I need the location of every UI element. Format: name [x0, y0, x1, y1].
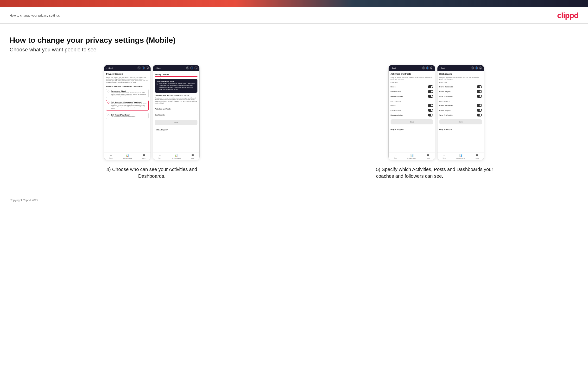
back-button-3[interactable]: ‹ Back [390, 67, 396, 69]
caption-2: 5) Specify which Activities, Posts and D… [376, 166, 496, 179]
search-icon[interactable]: 🔍 [138, 67, 140, 69]
radio-coach-only[interactable]: Only You and Your Coach Only you and the… [106, 113, 149, 119]
coaches-what-to-work: What To Work On [439, 94, 482, 99]
settings-icon-3[interactable]: ⚙ [430, 67, 433, 69]
header-icons-2: 🔍 👤 ⚙ [186, 67, 198, 69]
coaches-rounds: Rounds [390, 84, 433, 89]
toggle-coaches-rounds[interactable] [428, 85, 433, 88]
activities-label: Activities and Posts [155, 108, 171, 110]
pc-tab[interactable]: Privacy Controls [155, 73, 169, 76]
menu-activities[interactable]: Activities and Posts › [155, 106, 198, 112]
nav-menu-4[interactable]: ☰ Menu [476, 154, 479, 159]
copyright: Copyright Clippd 2022 [10, 199, 38, 202]
toggle-coaches-player-dash[interactable] [477, 85, 482, 88]
radio-desc-approved: Only approved followers and coaches you … [111, 103, 147, 109]
radio-dot-approved [107, 102, 109, 103]
phone-4: ‹ Back 🔍 👤 ⚙ Dashboards Select the dashb… [437, 65, 484, 160]
phone-3: ‹ Back 🔍 👤 ⚙ Activities and Posts Select… [388, 65, 435, 160]
home-icon-3: ⌂ [395, 154, 396, 157]
menu-dashboards[interactable]: Dashboards › [155, 112, 198, 118]
radio-dot-coach [107, 114, 109, 116]
pc-tab-row: Privacy Controls [155, 73, 198, 77]
followers-round-insights: Round Insights [439, 108, 482, 113]
page-title: How to change your privacy settings (Mob… [10, 36, 578, 45]
mockup-phones-2: ‹ Back 🔍 👤 ⚙ Activities and Posts Select… [388, 65, 484, 160]
show-hide-title: Show or hide specific features in Clippd [155, 94, 198, 96]
help-support-2: Help & Support [155, 127, 198, 131]
privacy-controls-title: Privacy Controls [106, 73, 149, 75]
radio-desc-coach: Only you and the coaches you connect wit… [111, 116, 135, 117]
profile-icon-4[interactable]: 👤 [475, 67, 478, 69]
nav-performance-1[interactable]: 📊 My Performance [123, 154, 132, 159]
settings-icon-4[interactable]: ⚙ [479, 67, 482, 69]
nav-home-4[interactable]: ⌂ Home [442, 154, 446, 159]
activities-posts-title: Activities and Posts [390, 73, 433, 75]
tooltip-desc: Only you and the coaches you connect wit… [159, 83, 196, 90]
nav-performance-4[interactable]: 📊 My Performance [456, 154, 465, 159]
toggle-followers-manual[interactable] [428, 114, 433, 117]
phone-2-body: Privacy Controls Only You and Your Coach… [153, 71, 199, 152]
radio-everyone[interactable]: Everyone on Clippd Everyone on Clippd ca… [106, 89, 149, 98]
nav-home-1[interactable]: ⌂ Home [109, 154, 112, 159]
search-icon-2[interactable]: 🔍 [186, 67, 189, 69]
help-support-3: Help & Support [390, 126, 433, 130]
menu-icon: ☰ [143, 154, 145, 157]
phone1-description: Control how you and your data appears to… [106, 76, 149, 84]
back-button-4[interactable]: ‹ Back [439, 67, 445, 69]
profile-icon-2[interactable]: 👤 [190, 67, 193, 69]
toggle-followers-practice[interactable] [428, 109, 433, 112]
back-button-1[interactable]: ‹ < Back [106, 67, 113, 69]
back-button-2[interactable]: ‹ Back [155, 67, 160, 69]
nav-home-2[interactable]: ⌂ Home [158, 154, 161, 159]
toggle-followers-player-dash[interactable] [477, 104, 482, 107]
nav-menu-2[interactable]: ☰ Menu [191, 154, 194, 159]
dashboards-title: Dashboards [439, 73, 482, 75]
search-icon-3[interactable]: 🔍 [422, 67, 425, 69]
followers-manual: Manual Activities [390, 113, 433, 117]
header-icons-3: 🔍 👤 ⚙ [422, 67, 433, 69]
phone-2-header: ‹ Back 🔍 👤 ⚙ [153, 65, 199, 71]
toggle-coaches-manual[interactable] [428, 95, 433, 98]
nav-menu-1[interactable]: ☰ Menu [142, 154, 146, 159]
tooltip-radio [156, 83, 158, 85]
radio-label-approved: Only Approved Followers and Your Coach [111, 101, 147, 103]
settings-icon-2[interactable]: ⚙ [195, 67, 198, 69]
save-button-2[interactable]: Save [155, 120, 198, 125]
save-button-3[interactable]: Save [390, 119, 433, 125]
who-can-see-label: Who Can See Your Activities and Dashboar… [106, 86, 149, 87]
nav-performance-2[interactable]: 📊 My Performance [172, 154, 181, 159]
nav-home-3[interactable]: ⌂ Home [394, 154, 397, 159]
toggle-followers-rounds[interactable] [428, 104, 433, 107]
tooltip-title: Only You and Your Coach [156, 80, 196, 82]
toggle-followers-what-to-work[interactable] [477, 114, 482, 117]
radio-label-everyone: Everyone on Clippd [111, 90, 147, 92]
nav-performance-3[interactable]: 📊 My Performance [407, 154, 416, 159]
toggle-coaches-practice[interactable] [428, 90, 433, 93]
profile-icon[interactable]: 👤 [142, 67, 145, 69]
tooltip-radio-row: Only you and the coaches you connect wit… [156, 83, 196, 90]
coaches-label-4: COACHES [439, 82, 482, 83]
phone-1-header: ‹ < Back 🔍 👤 ⚙ [104, 65, 151, 71]
mockup-group-2: ‹ Back 🔍 👤 ⚙ Activities and Posts Select… [294, 65, 579, 179]
profile-icon-3[interactable]: 👤 [426, 67, 429, 69]
page-subtitle: Choose what you want people to see [10, 47, 578, 53]
mockup-group-1: ‹ < Back 🔍 👤 ⚙ Privacy Controls Control … [10, 65, 294, 179]
performance-icon: 📊 [126, 154, 129, 157]
toggle-followers-round-insights[interactable] [477, 109, 482, 112]
radio-text-everyone: Everyone on Clippd Everyone on Clippd ca… [111, 90, 147, 97]
phone-3-bottom-nav: ⌂ Home 📊 My Performance ☰ Menu [389, 152, 435, 160]
followers-practice: Practice Drills [390, 108, 433, 113]
nav-menu-3[interactable]: ☰ Menu [427, 154, 430, 159]
radio-approved[interactable]: Only Approved Followers and Your Coach O… [106, 100, 149, 111]
header-icons-1: 🔍 👤 ⚙ [138, 67, 149, 69]
save-button-4[interactable]: Save [439, 119, 482, 125]
settings-icon[interactable]: ⚙ [146, 67, 149, 69]
search-icon-4[interactable]: 🔍 [471, 67, 474, 69]
radio-label-coach: Only You and Your Coach [111, 114, 135, 116]
menu-icon-3: ☰ [427, 154, 430, 157]
followers-label-4: FOLLOWERS [439, 101, 482, 102]
toggle-coaches-round-insights[interactable] [477, 90, 482, 93]
toggle-coaches-what-to-work[interactable] [477, 95, 482, 98]
radio-desc-everyone: Everyone on Clippd can search for you an… [111, 92, 147, 97]
performance-icon-4: 📊 [459, 154, 462, 157]
